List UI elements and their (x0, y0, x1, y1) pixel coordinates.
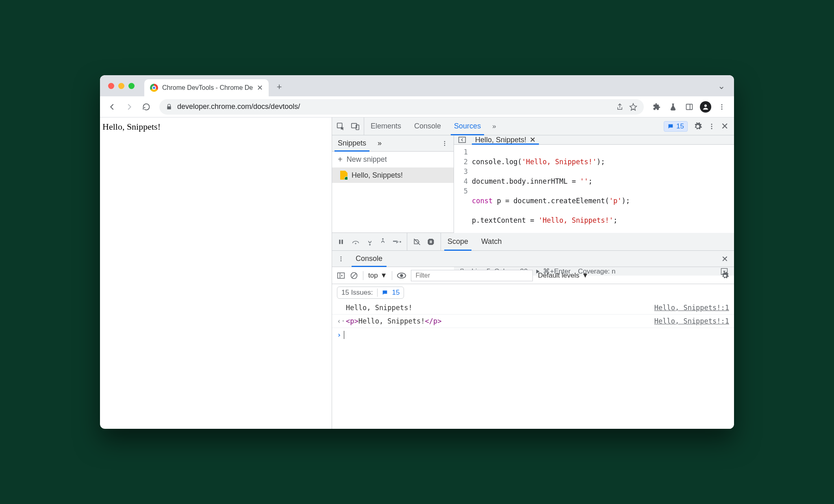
tab-console[interactable]: Console (408, 117, 447, 135)
watch-tab[interactable]: Watch (475, 233, 508, 250)
log-levels-selector[interactable]: Default levels ▼ (538, 272, 589, 280)
bookmark-icon[interactable] (629, 103, 637, 111)
navigator-pane: Snippets » + New snippet Hell (332, 135, 454, 232)
clear-console-icon[interactable] (350, 272, 358, 280)
step-out-icon[interactable] (380, 238, 386, 245)
pause-icon[interactable] (338, 239, 344, 245)
forward-button[interactable] (122, 100, 137, 114)
devtools-close-icon[interactable]: ✕ (721, 121, 728, 132)
reload-button[interactable] (139, 100, 154, 114)
inspect-icon[interactable] (336, 122, 345, 131)
snippet-file-icon (340, 171, 348, 180)
sidepanel-icon[interactable] (682, 100, 697, 114)
deactivate-breakpoints-icon[interactable] (413, 238, 421, 246)
snippets-tab[interactable]: Snippets (332, 135, 372, 151)
tab-sources[interactable]: Sources (447, 117, 487, 135)
debugger-toolbar: Scope Watch (332, 233, 734, 251)
svg-point-19 (355, 243, 356, 244)
new-snippet-label: New snippet (347, 155, 387, 164)
address-bar[interactable]: developer.chrome.com/docs/devtools/ (159, 99, 644, 115)
device-toggle-icon[interactable] (351, 122, 360, 131)
drawer-close-icon[interactable]: ✕ (716, 251, 734, 267)
issues-label: 15 Issues: (341, 289, 373, 297)
log-source-link[interactable]: Hello, Snippets!:1 (654, 317, 729, 325)
svg-point-3 (721, 104, 723, 105)
svg-point-34 (400, 274, 403, 277)
tabs-overflow-icon[interactable]: » (487, 117, 501, 135)
step-over-icon[interactable] (352, 239, 360, 245)
console-settings-icon[interactable] (721, 272, 729, 280)
navigator-overflow-icon[interactable]: » (372, 135, 387, 151)
toggle-navigator-icon[interactable] (458, 136, 466, 144)
svg-rect-15 (459, 137, 466, 142)
issues-row: 15 Issues: 15 (332, 284, 734, 301)
drawer-menu-icon[interactable] (332, 251, 350, 267)
close-window-button[interactable] (108, 83, 114, 89)
svg-point-5 (721, 108, 723, 109)
console-prompt[interactable]: › (332, 328, 734, 341)
editor-tab[interactable]: Hello, Snippets! ✕ (472, 135, 539, 144)
console-sidebar-toggle-icon[interactable] (337, 272, 345, 279)
minimize-window-button[interactable] (118, 83, 124, 89)
tab-elements[interactable]: Elements (364, 117, 408, 135)
console-filter-input[interactable] (411, 270, 533, 281)
svg-point-28 (341, 260, 342, 261)
svg-point-13 (444, 143, 445, 144)
issues-badge[interactable]: 15 (664, 121, 688, 132)
svg-point-4 (721, 106, 723, 107)
svg-point-22 (400, 241, 401, 243)
maximize-window-button[interactable] (128, 83, 135, 89)
navigator-tabs: Snippets » (332, 135, 454, 152)
navigator-menu-icon[interactable] (436, 135, 454, 151)
live-expression-icon[interactable] (397, 272, 406, 279)
svg-rect-24 (430, 240, 431, 243)
issues-count: 15 (392, 289, 400, 297)
log-source-link[interactable]: Hello, Snippets!:1 (654, 304, 729, 312)
profile-avatar[interactable] (698, 100, 713, 114)
close-tab-button[interactable]: ✕ (257, 83, 263, 92)
svg-rect-29 (338, 273, 345, 278)
devtools-menu-icon[interactable] (708, 123, 715, 130)
browser-menu-button[interactable] (715, 100, 729, 114)
chevron-down-icon: ▼ (582, 272, 589, 280)
issues-pill[interactable]: 15 Issues: 15 (337, 287, 404, 299)
scope-tab[interactable]: Scope (441, 233, 475, 250)
share-icon[interactable] (616, 103, 623, 111)
back-button[interactable] (105, 100, 119, 114)
browser-tab[interactable]: Chrome DevTools - Chrome De ✕ (144, 79, 269, 96)
svg-point-9 (711, 124, 712, 125)
settings-icon[interactable] (693, 122, 702, 131)
drawer-console-tab[interactable]: Console (350, 251, 388, 267)
tabs-overflow-button[interactable]: ⌄ (718, 81, 728, 91)
svg-rect-0 (686, 104, 693, 109)
svg-point-14 (444, 145, 445, 146)
console-log-row[interactable]: Hello, Snippets! Hello, Snippets!:1 (332, 301, 734, 315)
tab-strip: Chrome DevTools - Chrome De ✕ + ⌄ (100, 75, 734, 96)
issues-count: 15 (676, 122, 684, 130)
extensions-icon[interactable] (649, 100, 664, 114)
browser-toolbar: developer.chrome.com/docs/devtools/ (100, 96, 734, 117)
new-snippet-button[interactable]: + New snippet (332, 152, 454, 167)
plus-icon: + (338, 155, 343, 164)
editor-tabs: Hello, Snippets! ✕ (454, 135, 734, 145)
console-output: Hello, Snippets! Hello, Snippets!:1 ‹· <… (332, 301, 734, 341)
context-selector[interactable]: top ▼ (368, 272, 387, 280)
svg-point-26 (341, 256, 342, 258)
devtools-tabbar: Elements Console Sources » 15 ✕ (332, 117, 734, 135)
pause-on-exceptions-icon[interactable] (427, 238, 435, 246)
svg-point-21 (382, 238, 384, 240)
lock-icon (166, 103, 172, 111)
log-message: Hello, Snippets! (346, 304, 654, 312)
new-tab-button[interactable]: + (272, 82, 287, 92)
labs-icon[interactable] (666, 100, 680, 114)
step-into-icon[interactable] (367, 238, 373, 245)
snippet-item[interactable]: Hello, Snippets! (332, 167, 454, 183)
editor-pane: Hello, Snippets! ✕ 1 2 3 4 5 console.log… (454, 135, 734, 232)
step-icon[interactable] (393, 239, 401, 245)
console-return-row[interactable]: ‹· <p>Hello, Snippets!</p> Hello, Snippe… (332, 315, 734, 328)
page-body: Hello, Snippets! (100, 117, 332, 429)
editor-tab-close-icon[interactable]: ✕ (530, 135, 536, 144)
prompt-chevron-icon: › (337, 330, 341, 339)
svg-point-27 (341, 258, 342, 259)
svg-rect-25 (431, 240, 432, 243)
